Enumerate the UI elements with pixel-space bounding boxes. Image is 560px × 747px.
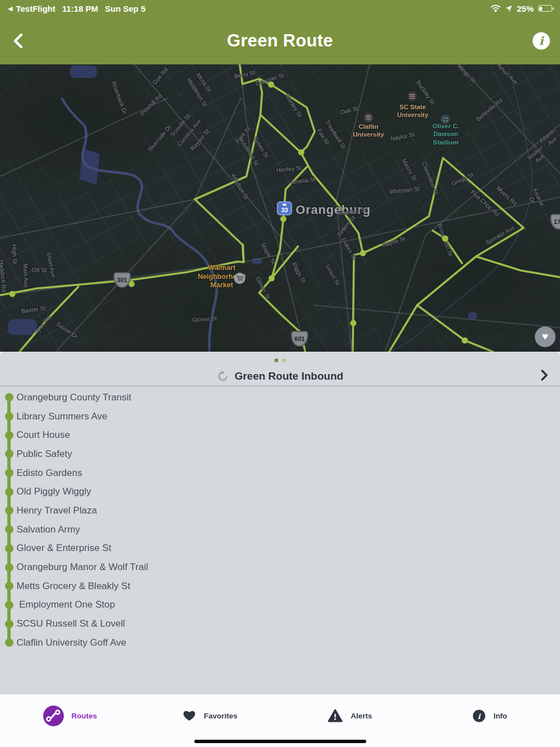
street-label: Buckley St bbox=[414, 79, 436, 106]
street-label: Baxter St bbox=[21, 304, 46, 315]
route-shield: 601 bbox=[291, 331, 309, 347]
stop-name: Library Summers Ave bbox=[17, 411, 108, 422]
street-label: Raysor St bbox=[189, 128, 211, 152]
direction-header[interactable]: Green Route Inbound bbox=[0, 366, 560, 386]
stop-row[interactable]: Court House bbox=[0, 426, 560, 445]
back-button[interactable] bbox=[7, 30, 29, 52]
alert-triangle-icon bbox=[328, 709, 343, 722]
route-map[interactable]: OrangeburgSC State UniversityClaflin Uni… bbox=[0, 64, 560, 352]
tab-alerts[interactable]: Alerts bbox=[280, 694, 420, 747]
tab-routes[interactable]: Routes bbox=[0, 694, 140, 747]
stops-list: Orangeburg County TransitLibrary Summers… bbox=[0, 386, 560, 652]
street-label: Naylor St bbox=[390, 130, 416, 143]
chevron-right-icon bbox=[539, 368, 550, 384]
home-indicator[interactable] bbox=[194, 740, 366, 743]
street-label: Carolina Ave bbox=[176, 118, 203, 148]
stop-name: Salvation Army bbox=[17, 524, 80, 535]
page-dot bbox=[282, 358, 286, 362]
street-label: Belleville Rd bbox=[475, 96, 505, 123]
stop-row[interactable]: Metts Grocery & Bleakly St bbox=[0, 577, 560, 596]
stop-row[interactable]: Edisto Gardens bbox=[0, 464, 560, 483]
street-label: High St bbox=[11, 245, 18, 264]
route-stop-dot bbox=[360, 250, 366, 256]
refresh-icon bbox=[217, 370, 229, 382]
page-title: Green Route bbox=[227, 31, 333, 51]
street-label: Windsor St bbox=[229, 172, 250, 200]
page-dots bbox=[0, 352, 560, 366]
street-label: Sprinkle Ave bbox=[484, 224, 516, 246]
street-label: Maple St bbox=[259, 242, 277, 265]
stop-dot-icon bbox=[5, 601, 13, 609]
street-label: Middleton St bbox=[237, 136, 260, 167]
stop-dot-icon bbox=[5, 638, 13, 647]
stop-row[interactable]: Library Summers Ave bbox=[0, 407, 560, 426]
street-label: Middleton St bbox=[185, 77, 209, 108]
street-label: Oak St bbox=[340, 105, 359, 116]
stadium-icon bbox=[441, 115, 450, 124]
back-to-app-button[interactable]: ◀ TestFlight bbox=[8, 4, 55, 13]
stop-row[interactable]: Public Safety bbox=[0, 445, 560, 464]
tab-label: Alerts bbox=[351, 712, 372, 720]
stop-row[interactable]: Orangeburg Manor & Wolf Trail bbox=[0, 558, 560, 577]
stop-name: SCSU Russell St & Lovell bbox=[17, 618, 125, 629]
street-label: Stanley St bbox=[283, 92, 304, 119]
stop-name: Public Safety bbox=[17, 449, 72, 460]
poi-label: Claflin University bbox=[353, 123, 384, 139]
stop-row[interactable]: Henry Travel Plaza bbox=[0, 501, 560, 520]
stop-row[interactable]: Glover & Enterprise St bbox=[0, 539, 560, 558]
status-bar: ◀ TestFlight 11:18 PM Sun Sep 5 25% bbox=[0, 0, 560, 17]
route-stop-dot bbox=[281, 216, 287, 222]
route-stop-dot bbox=[10, 291, 16, 297]
location-icon bbox=[505, 5, 512, 12]
street-label: Dukes St bbox=[340, 236, 358, 260]
stop-row[interactable]: Employment One Stop bbox=[0, 596, 560, 615]
poi-label: SC State University bbox=[397, 103, 428, 119]
stop-row[interactable]: Salvation Army bbox=[0, 520, 560, 539]
street-label: Sellers St bbox=[335, 214, 357, 239]
street-label: Riverside Dr bbox=[146, 124, 172, 153]
stop-row[interactable]: SCSU Russell St & Lovell bbox=[0, 614, 560, 633]
street-label: Short Ave bbox=[45, 251, 57, 278]
stop-name: Edisto Gardens bbox=[17, 468, 82, 479]
route-stop-dot bbox=[351, 320, 357, 326]
street-label: Main Ave bbox=[22, 263, 30, 287]
date: Sun Sep 5 bbox=[105, 4, 146, 13]
stop-dot-icon bbox=[5, 563, 13, 572]
university-icon bbox=[364, 113, 374, 123]
stop-row[interactable]: Old Piggly Wiggly bbox=[0, 482, 560, 501]
tab-info[interactable]: iInfo bbox=[420, 694, 560, 747]
tab-favorites[interactable]: Favorites bbox=[140, 694, 280, 747]
stop-name: Orangeburg County Transit bbox=[17, 392, 132, 403]
stop-name: Old Piggly Wiggly bbox=[17, 486, 91, 497]
tab-bar: RoutesFavoritesAlertsiInfo bbox=[0, 694, 560, 747]
stop-name: Court House bbox=[17, 429, 70, 441]
battery-icon bbox=[538, 5, 552, 12]
street-label: Kearse Dr bbox=[524, 185, 547, 213]
route-info-button[interactable]: i bbox=[533, 32, 550, 49]
stop-dot-icon bbox=[5, 582, 13, 590]
street-label: Tyler Rd bbox=[32, 314, 52, 335]
routes-icon bbox=[43, 706, 64, 726]
stop-dot-icon bbox=[5, 525, 13, 534]
stop-name: Glover & Enterprise St bbox=[17, 543, 111, 554]
favorite-map-button[interactable]: ♥ bbox=[535, 326, 556, 347]
university-icon bbox=[408, 92, 417, 101]
street-label: Clarendon St bbox=[420, 161, 440, 195]
street-label: Gue Rd bbox=[151, 66, 169, 86]
street-label: Scoville St bbox=[169, 113, 192, 138]
battery-percent: 25% bbox=[517, 4, 534, 13]
route-shield: 301 bbox=[114, 272, 131, 288]
wifi-icon bbox=[491, 4, 501, 12]
street-label: Amelia St bbox=[290, 175, 316, 186]
route-stop-dot bbox=[298, 150, 305, 156]
stop-row[interactable]: Orangeburg County Transit bbox=[0, 388, 560, 407]
stop-dot-icon bbox=[5, 412, 13, 421]
stop-dot-icon bbox=[5, 506, 13, 515]
stop-row[interactable]: Claflin University Goff Ave bbox=[0, 633, 560, 652]
clock: 11:18 PM bbox=[62, 4, 98, 13]
street-label: Saxon Dr bbox=[55, 320, 79, 340]
app-screen: ◀ TestFlight 11:18 PM Sun Sep 5 25% Gree… bbox=[0, 0, 560, 747]
street-label: Henley St bbox=[276, 164, 302, 174]
street-label: Moseley St bbox=[337, 206, 367, 217]
poi-label: Oliver C. Dawson Stadium bbox=[432, 122, 459, 146]
